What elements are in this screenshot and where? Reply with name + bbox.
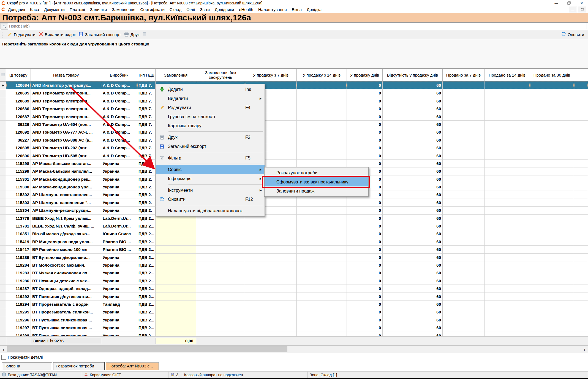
cell-sale_days[interactable]: 0 [347,293,383,301]
cell-sold7[interactable] [443,301,484,308]
cell-order_round[interactable] [196,238,245,246]
cell-sold30[interactable] [530,285,574,293]
cell-maker[interactable]: A & D Comp... [101,121,137,128]
cell-sold30[interactable] [530,121,574,128]
cell-name[interactable]: АР Маска-кондиционер увл... [31,183,101,191]
context-menu-item-інструменти[interactable]: Інструменти▶ [156,186,265,195]
cell-sold30[interactable] [530,261,574,269]
cell-order[interactable] [156,316,196,324]
cell-maker[interactable]: A & D Comp... [101,128,137,136]
cell-order_round[interactable] [196,301,245,308]
cell-name[interactable]: АР Шампунь-восстановлен... [31,191,101,199]
cell-sale7[interactable] [245,301,297,308]
cell-maker[interactable]: Украина [101,199,137,207]
cell-sold14[interactable] [484,82,530,89]
cell-sold7[interactable] [443,128,484,136]
cell-sold7[interactable] [443,144,484,152]
cell-maker[interactable]: Таиланд [101,301,137,308]
cell-maker[interactable]: Украина [101,261,137,269]
cell-vat[interactable]: ПДВ 2. [137,160,156,167]
table-row[interactable]: 120687AND Термометр електронн...A & D Co… [0,113,588,121]
cell-extra[interactable] [574,105,588,113]
cell-name[interactable]: ВТ Однораз. адсорб. вклад... [31,285,101,293]
cell-extra[interactable] [574,167,588,175]
table-row[interactable]: 115419ВР Мицеллярная вода увла...Pharma … [0,238,588,246]
cell-extra[interactable] [574,269,588,277]
cell-maker[interactable]: Украина [101,160,137,167]
cell-sold30[interactable] [530,246,574,253]
cell-extra[interactable] [574,160,588,167]
cell-extra[interactable] [574,277,588,285]
cell-order[interactable] [156,269,196,277]
scroll-right-icon[interactable]: › [581,346,588,353]
cell-id[interactable]: 113779 [6,215,31,222]
cell-id[interactable]: 115299 [6,167,31,175]
cell-absent_days[interactable]: 60 [383,199,443,207]
cell-order[interactable] [156,254,196,261]
cell-sold14[interactable] [484,136,530,144]
cell-sold7[interactable] [443,105,484,113]
cell-sale_days[interactable]: 0 [347,246,383,253]
cell-id[interactable]: 115419 [6,238,31,246]
grid-corner-columns-icon[interactable] [0,68,6,82]
cell-sold30[interactable] [530,113,574,121]
cell-maker[interactable]: Украина [101,269,137,277]
column-header-id[interactable]: ІД товару [6,68,31,82]
table-row[interactable]: 119289ВТ Бутылочка д/кормлени...УкраинаП… [0,254,588,261]
cell-sold7[interactable] [443,238,484,246]
cell-absent_days[interactable]: 60 [383,128,443,136]
cell-sold30[interactable] [530,238,574,246]
cell-sold14[interactable] [484,246,530,253]
cell-name[interactable]: ВТ Поильник д/путешестви... [31,293,101,301]
cell-sold14[interactable] [484,105,530,113]
cell-id[interactable]: 120687 [6,113,31,121]
toolbar-button-Друк[interactable]: Друк [122,31,141,38]
cell-sold7[interactable] [443,230,484,238]
toolbar-grip[interactable] [2,32,4,38]
cell-maker[interactable]: Lab.Derm.Ur... [101,222,137,230]
cell-absent_days[interactable]: 60 [383,89,443,97]
table-row[interactable]: 119297ВТ Пустышка силиконовая ...Украина… [0,324,588,332]
context-menu-item-загальний[interactable]: Загальний експорт [156,142,265,151]
cell-sold30[interactable] [530,269,574,277]
cell-extra[interactable] [574,207,588,214]
cell-sale14[interactable] [297,277,347,285]
cell-maker[interactable]: Украина [101,175,137,183]
close-button[interactable]: ✕ [575,0,588,6]
cell-sold14[interactable] [484,293,530,301]
cell-sold7[interactable] [443,332,484,337]
cell-sale14[interactable] [297,113,347,121]
cell-sale14[interactable] [297,136,347,144]
column-header-sold30[interactable]: Продано за 30 днів [530,68,574,82]
cell-sold14[interactable] [484,285,530,293]
cell-extra[interactable] [574,222,588,230]
cell-sold14[interactable] [484,97,530,105]
cell-sale14[interactable] [297,89,347,97]
cell-order_round[interactable] [196,293,245,301]
cell-sale14[interactable] [297,207,347,214]
cell-id[interactable]: 119286 [6,277,31,285]
cell-sold30[interactable] [530,230,574,238]
column-header-extra[interactable] [574,68,588,82]
cell-sale7[interactable] [245,324,297,332]
cell-sold14[interactable] [484,308,530,316]
table-row[interactable]: 119296ВТ Пустышка силиконовая ...Украина… [0,316,588,324]
cell-sale14[interactable] [297,238,347,246]
cell-sold14[interactable] [484,113,530,121]
cell-vat[interactable]: ПДВ 7. [137,89,156,97]
cell-sale7[interactable] [245,254,297,261]
menu-item-каса[interactable]: Каса [28,7,42,12]
cell-sale7[interactable] [245,230,297,238]
cell-order[interactable] [156,324,196,332]
cell-sale14[interactable] [297,324,347,332]
cell-absent_days[interactable]: 60 [383,269,443,277]
tab-calculation[interactable]: Розрахунок потреби [53,362,105,370]
cell-maker[interactable]: A & D Comp... [101,144,137,152]
cell-vat[interactable]: ПДВ 2... [137,308,156,316]
cell-name[interactable]: AND Тонометр UA-604 (пол... [31,121,101,128]
cell-name[interactable]: AND Тонометр UA-888 АС (а... [31,136,101,144]
menu-item-налаштування[interactable]: Налаштування [256,7,289,12]
cell-sold7[interactable] [443,269,484,277]
cell-maker[interactable]: Pharma BIO ... [101,238,137,246]
table-row[interactable]: 120685AND Термометр електронн...A & D Co… [0,89,588,97]
